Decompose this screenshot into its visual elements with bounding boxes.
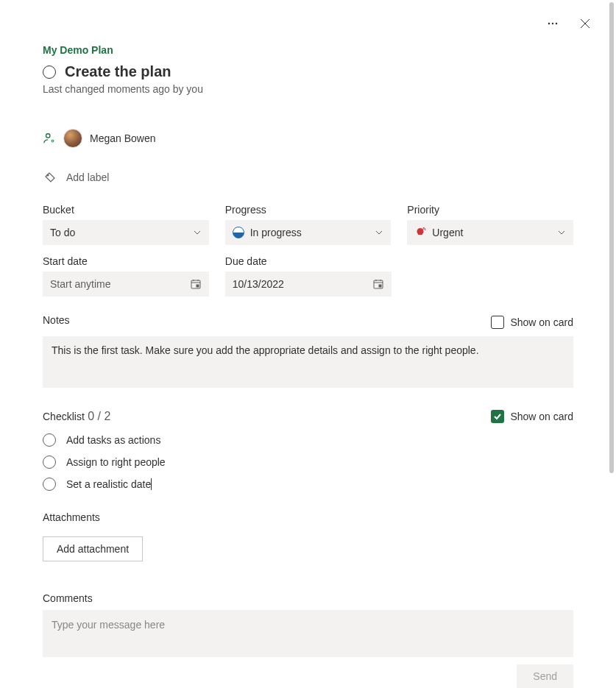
scrollbar-thumb[interactable]: [609, 2, 614, 473]
notes-label: Notes: [43, 314, 70, 326]
task-complete-toggle[interactable]: [43, 65, 56, 79]
checklist-show-on-card-checkbox[interactable]: [491, 410, 504, 423]
notes-show-on-card-label: Show on card: [510, 316, 573, 328]
add-label-button[interactable]: Add label: [43, 171, 573, 183]
progress-icon: [233, 227, 244, 238]
checklist-item-toggle[interactable]: [43, 433, 56, 447]
close-button[interactable]: [575, 13, 595, 34]
ellipsis-icon: [547, 18, 559, 29]
chevron-down-icon: [557, 228, 566, 237]
last-changed-text: Last changed moments ago by you: [43, 83, 573, 95]
svg-rect-17: [379, 285, 381, 287]
svg-point-0: [548, 23, 550, 24]
close-icon: [579, 18, 591, 29]
task-title[interactable]: Create the plan: [65, 63, 171, 80]
checklist-item-toggle[interactable]: [43, 478, 56, 491]
notes-textarea[interactable]: This is the first task. Make sure you ad…: [43, 336, 573, 388]
svg-point-5: [46, 134, 50, 138]
due-date-label: Due date: [225, 255, 392, 267]
priority-label: Priority: [407, 204, 573, 216]
priority-select[interactable]: Urgent: [407, 220, 573, 245]
check-icon: [493, 412, 502, 421]
due-date-input[interactable]: 10/13/2022: [225, 272, 392, 297]
progress-value: In progress: [250, 227, 302, 238]
checklist-item[interactable]: Add tasks as actions: [43, 433, 573, 447]
checklist-count: 0 / 2: [88, 410, 110, 422]
checklist-item-toggle[interactable]: [43, 455, 56, 469]
comment-textarea[interactable]: Type your message here: [43, 610, 573, 657]
checklist-item-text[interactable]: Add tasks as actions: [66, 434, 160, 446]
plan-name-link[interactable]: My Demo Plan: [43, 44, 573, 56]
more-options-button[interactable]: [542, 13, 563, 34]
start-date-input[interactable]: Start anytime: [43, 272, 209, 297]
priority-value: Urgent: [432, 227, 463, 238]
svg-point-2: [556, 23, 557, 24]
attachments-label: Attachments: [43, 511, 573, 523]
avatar: [63, 129, 82, 148]
bucket-value: To do: [50, 227, 75, 238]
chevron-down-icon: [193, 228, 202, 237]
urgent-icon: [414, 227, 426, 238]
checklist-item-text[interactable]: Assign to right people: [66, 456, 166, 468]
calendar-icon: [190, 278, 202, 290]
svg-rect-12: [197, 285, 199, 287]
start-date-placeholder: Start anytime: [50, 278, 110, 290]
progress-select[interactable]: In progress: [225, 220, 392, 245]
send-button[interactable]: Send: [517, 664, 573, 688]
add-attachment-button[interactable]: Add attachment: [43, 536, 143, 561]
comments-label: Comments: [43, 592, 573, 604]
checklist-show-on-card-label: Show on card: [510, 411, 573, 422]
checklist-item-text-editing[interactable]: Set a realistic date: [66, 478, 152, 490]
start-date-label: Start date: [43, 255, 209, 267]
tag-icon: [44, 171, 56, 183]
checklist-label: Checklist: [43, 411, 85, 422]
bucket-label: Bucket: [43, 204, 209, 216]
add-label-text: Add label: [66, 171, 109, 183]
checklist-item[interactable]: Assign to right people: [43, 455, 573, 469]
assignee-name: Megan Bowen: [90, 132, 156, 144]
checklist-item[interactable]: Set a realistic date: [43, 478, 573, 491]
bucket-select[interactable]: To do: [43, 220, 209, 245]
assignee-row[interactable]: Megan Bowen: [43, 129, 573, 148]
svg-point-1: [552, 23, 553, 24]
chevron-down-icon: [375, 228, 383, 237]
due-date-value: 10/13/2022: [233, 278, 284, 290]
svg-point-7: [47, 174, 49, 176]
calendar-icon: [372, 278, 384, 290]
scrollbar-track: [607, 0, 616, 688]
notes-show-on-card-checkbox[interactable]: [491, 316, 504, 329]
assign-person-icon: [43, 132, 56, 145]
progress-label: Progress: [225, 204, 392, 216]
